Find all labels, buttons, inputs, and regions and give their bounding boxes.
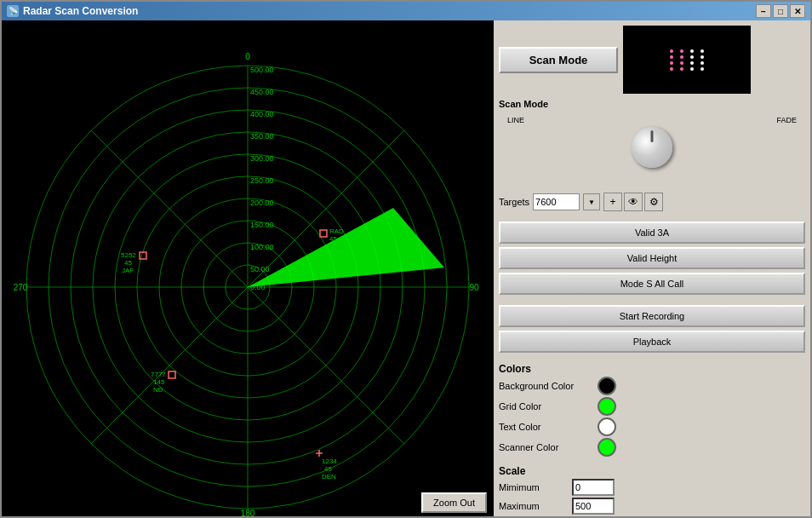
scanner-color-swatch[interactable] — [598, 438, 616, 457]
preview-dot — [690, 61, 694, 65]
svg-text:90: 90 — [469, 283, 479, 292]
preview-dot — [680, 67, 683, 71]
scan-mode-knob[interactable] — [632, 127, 672, 168]
record-playback-group: Start Recording Playback — [499, 305, 805, 353]
preview-dot — [690, 67, 694, 71]
svg-text:45: 45 — [329, 235, 337, 243]
colors-title: Colors — [499, 363, 805, 375]
preview-pink-group2 — [680, 49, 683, 71]
preview-dot — [670, 49, 673, 53]
svg-text:RAD: RAD — [329, 227, 344, 235]
preview-dot — [680, 61, 683, 65]
mode-buttons-group: Valid 3A Valid Height Mode S All Call — [499, 222, 805, 295]
playback-button[interactable]: Playback — [499, 331, 805, 353]
svg-text:7777: 7777 — [151, 371, 166, 378]
targets-row: Targets ▼ + 👁 ⚙ — [499, 193, 805, 211]
close-button[interactable]: ✕ — [790, 4, 805, 18]
scanner-color-label: Scanner Color — [499, 442, 592, 452]
svg-text:150.00: 150.00 — [250, 221, 274, 229]
text-color-label: Text Color — [499, 422, 592, 432]
minimum-input[interactable] — [572, 479, 615, 496]
preview-display — [623, 26, 751, 94]
target-icon-add[interactable]: + — [603, 193, 622, 211]
radar-panel: 500.00 450.00 400.00 350.00 300.00 250.0… — [2, 20, 494, 516]
svg-text:300.00: 300.00 — [250, 154, 274, 163]
maximize-button[interactable]: □ — [773, 4, 788, 18]
scan-mode-button[interactable]: Scan Mode — [499, 47, 618, 73]
svg-text:45: 45 — [324, 465, 332, 473]
grid-color-label: Grid Color — [499, 401, 592, 412]
svg-text:145: 145 — [153, 378, 165, 386]
preview-dot — [670, 61, 673, 65]
minimum-row: Mimimum — [499, 479, 805, 496]
scan-line-label: LINE — [507, 116, 524, 124]
mode-s-all-call-button[interactable]: Mode S All Call — [499, 273, 805, 295]
content-area: 500.00 450.00 400.00 350.00 300.00 250.0… — [2, 20, 810, 516]
main-window: 📡 Radar Scan Conversion − □ ✕ — [0, 0, 812, 518]
preview-white-group2 — [700, 49, 704, 71]
preview-dot — [690, 49, 694, 53]
minimum-label: Mimimum — [499, 482, 567, 492]
right-panel: Scan Mode — [494, 20, 810, 516]
scan-mode-label: Scan Mode — [499, 99, 548, 109]
maximum-input[interactable] — [572, 498, 615, 515]
zoom-out-button[interactable]: Zoom Out — [421, 492, 487, 513]
svg-text:5252: 5252 — [121, 251, 136, 259]
svg-text:45: 45 — [124, 259, 132, 267]
start-recording-button[interactable]: Start Recording — [499, 305, 805, 327]
svg-text:200.00: 200.00 — [250, 199, 274, 207]
preview-dot — [700, 49, 704, 53]
svg-text:450.00: 450.00 — [250, 88, 274, 96]
svg-text:ND: ND — [153, 386, 163, 394]
minimize-button[interactable]: − — [756, 4, 771, 18]
svg-text:100.00: 100.00 — [250, 243, 274, 251]
scan-fade-label: FADE — [776, 116, 797, 124]
preview-dot — [700, 67, 704, 71]
target-icon-settings[interactable]: ⚙ — [644, 193, 663, 211]
grid-color-row: Grid Color — [499, 397, 805, 416]
window-title: Radar Scan Conversion — [23, 5, 138, 17]
svg-text:500.00: 500.00 — [250, 66, 274, 74]
preview-white-group — [690, 49, 694, 71]
preview-dot — [690, 55, 694, 59]
title-bar: 📡 Radar Scan Conversion − □ ✕ — [2, 2, 810, 20]
scale-title: Scale — [499, 465, 805, 477]
maximum-label: Maximum — [499, 501, 567, 511]
window-controls: − □ ✕ — [756, 4, 805, 18]
maximum-row: Maximum — [499, 498, 805, 515]
svg-text:270: 270 — [14, 283, 28, 292]
target-icon-view[interactable]: 👁 — [624, 193, 643, 211]
preview-dot — [680, 55, 683, 59]
app-icon: 📡 — [7, 5, 19, 17]
preview-dot — [670, 55, 673, 59]
svg-text:350.00: 350.00 — [250, 132, 274, 141]
scan-mode-knob-area: LINE FADE — [499, 109, 805, 186]
svg-text:ENG: ENG — [329, 243, 344, 250]
background-color-swatch[interactable] — [598, 377, 616, 395]
svg-text:250.00: 250.00 — [250, 176, 274, 185]
svg-text:0: 0 — [245, 52, 250, 61]
scale-section: Scale Mimimum Maximum No. Occlusions — [499, 462, 805, 516]
svg-text:50.00: 50.00 — [250, 265, 270, 273]
text-color-swatch[interactable] — [598, 417, 616, 436]
preview-dot — [680, 49, 683, 53]
background-color-row: Background Color — [499, 377, 805, 395]
svg-text:400.00: 400.00 — [250, 110, 274, 118]
preview-dot — [700, 55, 704, 59]
scanner-color-row: Scanner Color — [499, 438, 805, 457]
valid-3a-button[interactable]: Valid 3A — [499, 222, 805, 244]
targets-icons: + 👁 ⚙ — [603, 193, 663, 211]
valid-height-button[interactable]: Valid Height — [499, 247, 805, 269]
colors-section: Colors Background Color Grid Color Text … — [499, 360, 805, 458]
targets-dropdown[interactable]: ▼ — [583, 193, 600, 210]
svg-text:1234: 1234 — [322, 458, 337, 465]
background-color-label: Background Color — [499, 381, 592, 391]
grid-color-swatch[interactable] — [598, 397, 616, 416]
preview-dot — [670, 67, 673, 71]
svg-text:JAF: JAF — [122, 267, 134, 274]
preview-dot — [700, 61, 704, 65]
svg-text:DEN: DEN — [322, 473, 336, 481]
preview-pink-group — [670, 49, 673, 71]
scan-mode-section: Scan Mode LINE FADE — [499, 99, 805, 186]
targets-input[interactable] — [533, 193, 580, 210]
